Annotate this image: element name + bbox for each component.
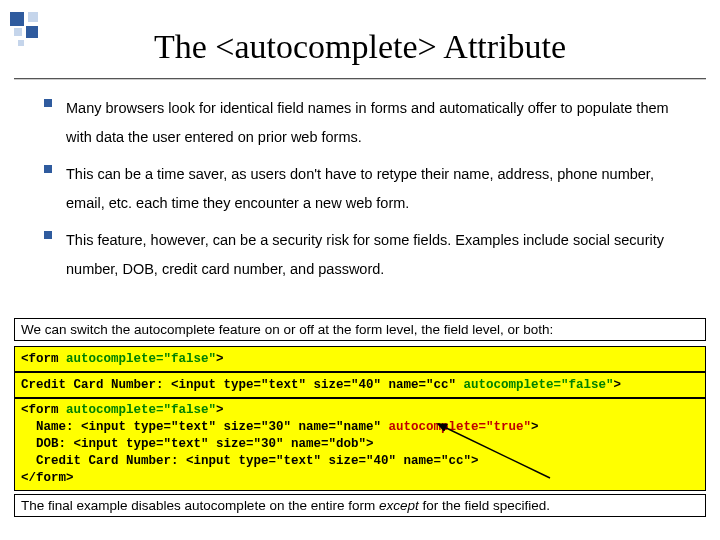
code-line: <form autocomplete="false"> — [21, 402, 699, 419]
slide: The <autocomplete> Attribute Many browse… — [0, 0, 720, 540]
bullet-item: This can be a time saver, as users don't… — [44, 160, 696, 218]
bullet-text: Many browsers look for identical field n… — [66, 94, 696, 152]
note-box-bottom: The final example disables autocomplete … — [14, 494, 706, 517]
code-line: DOB: <input type="text" size="30" name="… — [21, 436, 699, 453]
code-box-1: <form autocomplete="false"> — [14, 346, 706, 372]
code-line: Name: <input type="text" size="30" name=… — [21, 419, 699, 436]
code-line: </form> — [21, 470, 699, 487]
note-text-italic: except — [379, 498, 419, 513]
code-line: <form autocomplete="false"> — [21, 352, 224, 366]
bullet-item: This feature, however, can be a security… — [44, 226, 696, 284]
bullet-text: This can be a time saver, as users don't… — [66, 160, 696, 218]
code-line: Credit Card Number: <input type="text" s… — [21, 378, 621, 392]
bullet-marker-icon — [44, 165, 52, 173]
bullet-marker-icon — [44, 99, 52, 107]
note-text: We can switch the autocomplete feature o… — [21, 322, 553, 337]
slide-title: The <autocomplete> Attribute — [0, 28, 720, 66]
code-box-2: Credit Card Number: <input type="text" s… — [14, 372, 706, 398]
bullet-text: This feature, however, can be a security… — [66, 226, 696, 284]
note-text-part: The final example disables autocomplete … — [21, 498, 379, 513]
note-box-top: We can switch the autocomplete feature o… — [14, 318, 706, 341]
bullet-marker-icon — [44, 231, 52, 239]
code-box-3: <form autocomplete="false"> Name: <input… — [14, 398, 706, 491]
note-text-part: for the field specified. — [419, 498, 550, 513]
title-underline — [14, 78, 706, 80]
code-line: Credit Card Number: <input type="text" s… — [21, 453, 699, 470]
bullet-list: Many browsers look for identical field n… — [44, 94, 696, 292]
bullet-item: Many browsers look for identical field n… — [44, 94, 696, 152]
